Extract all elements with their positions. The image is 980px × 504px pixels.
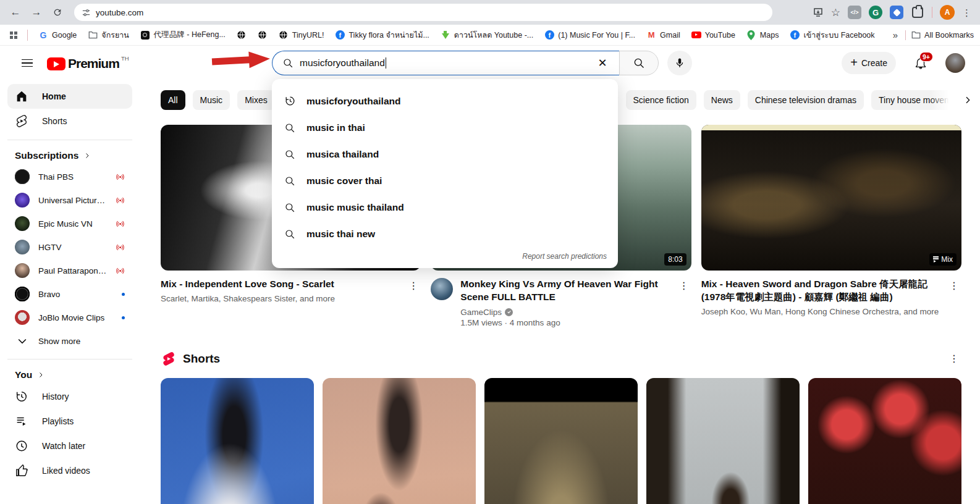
video-byline[interactable]: Joseph Koo, Wu Man, Hong Kong Chinese Or… [701, 307, 939, 316]
video-title[interactable]: Mix - Independent Love Song - Scarlet [161, 278, 399, 291]
suggestion-item[interactable]: music music thailand [272, 194, 618, 220]
chip-all[interactable]: All [161, 90, 185, 110]
you-header[interactable]: You [7, 366, 132, 384]
channel-name: Universal Picture... [38, 196, 107, 205]
all-bookmarks-button[interactable]: All Bookmarks [905, 30, 974, 40]
chip-news[interactable]: News [704, 90, 740, 110]
playlists-icon [15, 414, 28, 428]
url-bar[interactable]: youtube.com [74, 4, 772, 21]
bookmark-youtube-downloader[interactable]: ดาวน์โหลด Youtube -... [436, 27, 538, 43]
account-avatar[interactable] [945, 53, 965, 73]
youtube-masthead: Premium TH musicforyouthailand ✕ + Creat… [0, 46, 980, 80]
video-thumbnail-mix-heaven-sword[interactable]: Mix [701, 125, 961, 271]
reload-icon[interactable] [48, 3, 67, 22]
sidebar-channel-joblo[interactable]: JoBlo Movie Clips [7, 306, 132, 329]
suggestion-text: music thai new [306, 229, 375, 240]
back-icon[interactable]: ← [6, 3, 25, 22]
short-thumbnail-3[interactable] [484, 378, 638, 504]
site-settings-icon[interactable] [82, 8, 91, 17]
sidebar-item-shorts[interactable]: Shorts [7, 109, 132, 133]
report-predictions-link[interactable]: Report search predictions [272, 247, 618, 262]
short-thumbnail-5[interactable] [808, 378, 961, 504]
bookmark-gmail[interactable]: MGmail [642, 28, 685, 42]
search-button[interactable] [619, 51, 659, 75]
suggestion-item[interactable]: music in thai [272, 114, 618, 141]
short-thumbnail-4[interactable] [646, 378, 800, 504]
voice-search-button[interactable] [667, 51, 692, 75]
sidebar-item-playlists[interactable]: Playlists [7, 409, 132, 434]
suggestion-item[interactable]: music cover thai [272, 167, 618, 194]
youtube-play-icon [47, 57, 65, 70]
bookmark-maps[interactable]: Maps [742, 28, 784, 42]
create-button[interactable]: + Create [842, 52, 896, 74]
divider [27, 30, 28, 41]
video-menu-icon[interactable]: ⋮ [406, 278, 421, 293]
notifications-button[interactable]: 9+ [908, 51, 933, 75]
sidebar-channel-universal[interactable]: Universal Picture... [7, 188, 132, 212]
subscriptions-header[interactable]: Subscriptions [7, 146, 132, 165]
search-input[interactable]: musicforyouthailand ✕ [272, 51, 619, 75]
chip-chinese-tv-dramas[interactable]: Chinese television dramas [748, 90, 864, 110]
extension-devtools-icon[interactable]: </> [848, 6, 861, 19]
bookmark-tikky-flora[interactable]: fTikky flora จำหน่ายไม้... [331, 27, 433, 43]
sidebar-show-more[interactable]: Show more [7, 329, 132, 353]
sidebar-item-liked-videos[interactable]: Liked videos [7, 458, 132, 483]
video-menu-icon[interactable]: ⋮ [677, 278, 691, 293]
sidebar-item-history[interactable]: History [7, 384, 132, 409]
sidebar-channel-bravo[interactable]: Bravo [7, 282, 132, 306]
chip-science-fiction[interactable]: Science fiction [626, 90, 696, 110]
shorts-section-header: Shorts ⋮ [161, 351, 961, 367]
browser-profile-avatar[interactable]: A [940, 5, 955, 20]
create-label: Create [861, 58, 887, 68]
sidebar: Home Shorts Subscriptions Thai PBS Unive… [0, 80, 140, 504]
video-title[interactable]: Mix - Heaven Sword and Dragon Sabre 倚天屠龍… [701, 278, 939, 304]
bookmark-hefeng[interactable]: 代理品牌 - HeFeng... [136, 28, 230, 42]
clear-search-icon[interactable]: ✕ [593, 54, 612, 72]
sidebar-channel-thai-pbs[interactable]: Thai PBS [7, 165, 132, 188]
bookmark-facebook-login[interactable]: fเข้าสู่ระบบ Facebook [785, 27, 879, 43]
channel-name: Thai PBS [38, 172, 107, 182]
bookmark-tinyurl[interactable]: TinyURL! [274, 28, 329, 42]
video-channel[interactable]: GameClips [460, 308, 669, 317]
chips-scroll-right[interactable] [929, 90, 973, 110]
sidebar-channel-hgtv[interactable]: HGTV [7, 235, 132, 259]
chip-mixes[interactable]: Mixes [237, 90, 275, 110]
short-thumbnail-1[interactable] [161, 378, 314, 504]
bookmark-globe-2[interactable] [253, 28, 272, 42]
sidebar-item-watch-later[interactable]: Watch later [7, 434, 132, 458]
channel-name: JoBlo Movie Clips [38, 313, 113, 322]
video-title[interactable]: Monkey King Vs Army Of Heaven War Fight … [460, 278, 669, 304]
bookmarks-overflow-icon[interactable]: » [888, 30, 903, 40]
sidebar-item-home[interactable]: Home [7, 84, 132, 109]
short-thumbnail-2[interactable] [323, 378, 476, 504]
install-icon[interactable] [813, 7, 824, 18]
forward-icon[interactable]: → [27, 3, 46, 22]
video-menu-icon[interactable]: ⋮ [947, 278, 961, 293]
extension-blue-icon[interactable] [890, 6, 903, 19]
channel-name: Epic Music VN [38, 219, 107, 229]
chrome-menu-icon[interactable]: ⋮ [962, 8, 971, 17]
extensions-icon[interactable] [911, 6, 924, 19]
search-icon [283, 202, 297, 213]
apps-grid-icon[interactable] [10, 32, 17, 39]
url-text[interactable]: youtube.com [96, 8, 143, 17]
video-byline[interactable]: Scarlet, Martika, Shakespears Sister, an… [161, 294, 399, 303]
channel-avatar[interactable] [431, 278, 453, 300]
bookmark-star-icon[interactable]: ☆ [831, 6, 840, 19]
extension-grammarly-icon[interactable]: G [869, 6, 882, 19]
sidebar-channel-epic-music[interactable]: Epic Music VN [7, 212, 132, 235]
shorts-menu-icon[interactable]: ⋮ [947, 351, 961, 366]
suggestion-item[interactable]: musicforyouthailand [272, 88, 618, 114]
sidebar-item-label: Liked videos [42, 466, 90, 476]
suggestion-item[interactable]: music thai new [272, 220, 618, 247]
chip-music[interactable]: Music [193, 90, 230, 110]
bookmark-folder[interactable]: จักรยาน [83, 27, 133, 43]
guide-menu-icon[interactable] [15, 51, 40, 75]
bookmark-music-for-you[interactable]: f(1) Music For You | F... [540, 28, 640, 42]
bookmark-youtube[interactable]: YouTube [687, 28, 740, 42]
suggestion-item[interactable]: musica thailand [272, 141, 618, 167]
bookmark-globe-1[interactable] [232, 28, 251, 42]
youtube-premium-logo[interactable]: Premium TH [47, 55, 129, 71]
sidebar-channel-paul-pattarapon[interactable]: Paul Pattarapon ... [7, 259, 132, 282]
bookmark-google[interactable]: GGoogle [34, 28, 81, 42]
